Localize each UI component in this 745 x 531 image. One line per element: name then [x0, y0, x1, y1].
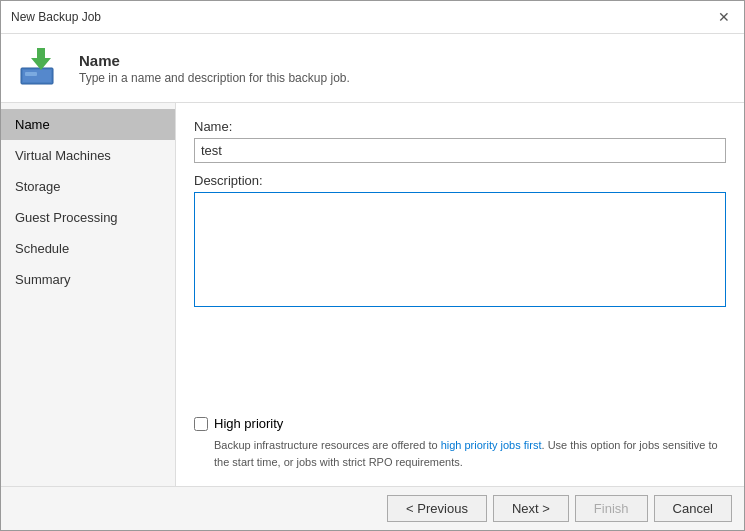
high-priority-row: High priority — [194, 416, 726, 431]
cancel-button[interactable]: Cancel — [654, 495, 732, 522]
previous-button[interactable]: < Previous — [387, 495, 487, 522]
dialog-title: New Backup Job — [11, 10, 101, 24]
header-heading: Name — [79, 52, 350, 69]
sidebar-item-storage[interactable]: Storage — [1, 171, 175, 202]
sidebar-item-schedule[interactable]: Schedule — [1, 233, 175, 264]
high-priority-label[interactable]: High priority — [214, 416, 283, 431]
close-button[interactable]: ✕ — [714, 7, 734, 27]
backup-icon — [17, 44, 65, 92]
header-description: Type in a name and description for this … — [79, 71, 350, 85]
main-form: Name: Description: High priority Backup … — [194, 119, 726, 470]
content-area: Name Virtual Machines Storage Guest Proc… — [1, 103, 744, 486]
footer: < Previous Next > Finish Cancel — [1, 486, 744, 530]
name-input[interactable] — [194, 138, 726, 163]
high-priority-checkbox[interactable] — [194, 417, 208, 431]
description-label: Description: — [194, 173, 726, 188]
header-text: Name Type in a name and description for … — [79, 52, 350, 85]
sidebar-item-name[interactable]: Name — [1, 109, 175, 140]
title-bar: New Backup Job ✕ — [1, 1, 744, 34]
main-content: Name: Description: High priority Backup … — [176, 103, 744, 486]
sidebar-item-virtual-machines[interactable]: Virtual Machines — [1, 140, 175, 171]
sidebar-item-summary[interactable]: Summary — [1, 264, 175, 295]
header-section: Name Type in a name and description for … — [1, 34, 744, 103]
priority-description: Backup infrastructure resources are offe… — [214, 437, 726, 470]
dialog-window: New Backup Job ✕ Name Type in a name and… — [0, 0, 745, 531]
name-label: Name: — [194, 119, 726, 134]
next-button[interactable]: Next > — [493, 495, 569, 522]
finish-button[interactable]: Finish — [575, 495, 648, 522]
svg-marker-3 — [31, 48, 51, 70]
svg-rect-2 — [25, 72, 37, 76]
sidebar-item-guest-processing[interactable]: Guest Processing — [1, 202, 175, 233]
sidebar: Name Virtual Machines Storage Guest Proc… — [1, 103, 176, 486]
description-textarea[interactable] — [194, 192, 726, 307]
priority-section: High priority Backup infrastructure reso… — [194, 416, 726, 470]
